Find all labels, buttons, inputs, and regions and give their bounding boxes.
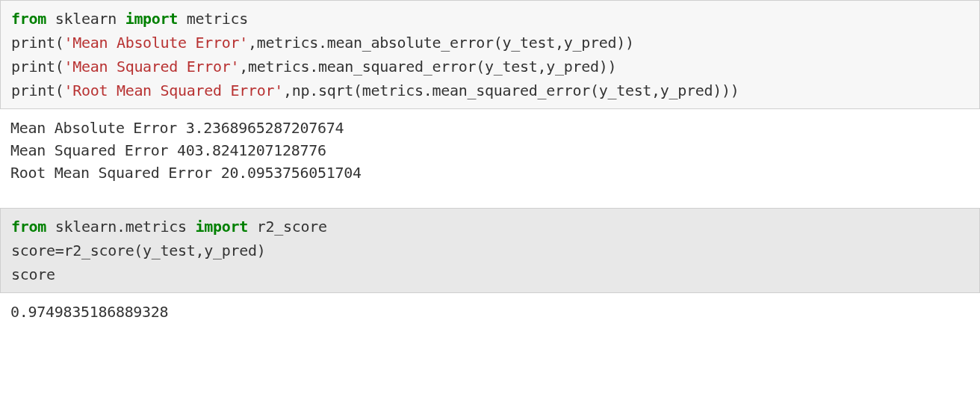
module-name: sklearn.metrics xyxy=(46,218,196,236)
string-literal: 'Root Mean Squared Error' xyxy=(63,82,283,99)
code-text: score xyxy=(11,265,55,283)
cell-spacer xyxy=(0,187,980,208)
code-text: ,metrics.mean_absolute_error(y_test,y_pr… xyxy=(248,34,634,52)
code-text: score=r2_score(y_test,y_pred) xyxy=(11,242,266,259)
output-line: 0.9749835186889328 xyxy=(10,303,168,321)
module-name: sklearn xyxy=(46,10,125,28)
code-text: print( xyxy=(11,82,63,99)
output-cell-2: 0.9749835186889328 xyxy=(0,293,980,326)
output-line: Root Mean Squared Error 20.0953756051704 xyxy=(10,164,362,182)
keyword-from: from xyxy=(11,10,46,28)
keyword-from: from xyxy=(11,218,46,236)
keyword-import: import xyxy=(125,10,178,28)
code-text: ,metrics.mean_squared_error(y_test,y_pre… xyxy=(239,58,616,76)
output-line: Mean Squared Error 403.8241207128776 xyxy=(10,141,326,159)
string-literal: 'Mean Absolute Error' xyxy=(63,34,248,52)
code-cell-2[interactable]: from sklearn.metrics import r2_score sco… xyxy=(0,208,980,293)
module-name: metrics xyxy=(178,10,248,28)
keyword-import: import xyxy=(196,218,248,236)
string-literal: 'Mean Squared Error' xyxy=(63,58,239,76)
output-cell-1: Mean Absolute Error 3.2368965287207674 M… xyxy=(0,109,980,187)
code-cell-1[interactable]: from sklearn import metrics print('Mean … xyxy=(0,0,980,109)
output-line: Mean Absolute Error 3.2368965287207674 xyxy=(10,119,344,137)
code-text: print( xyxy=(11,34,63,52)
code-text: ,np.sqrt(metrics.mean_squared_error(y_te… xyxy=(283,82,739,99)
module-name: r2_score xyxy=(248,218,327,236)
code-text: print( xyxy=(11,58,63,76)
